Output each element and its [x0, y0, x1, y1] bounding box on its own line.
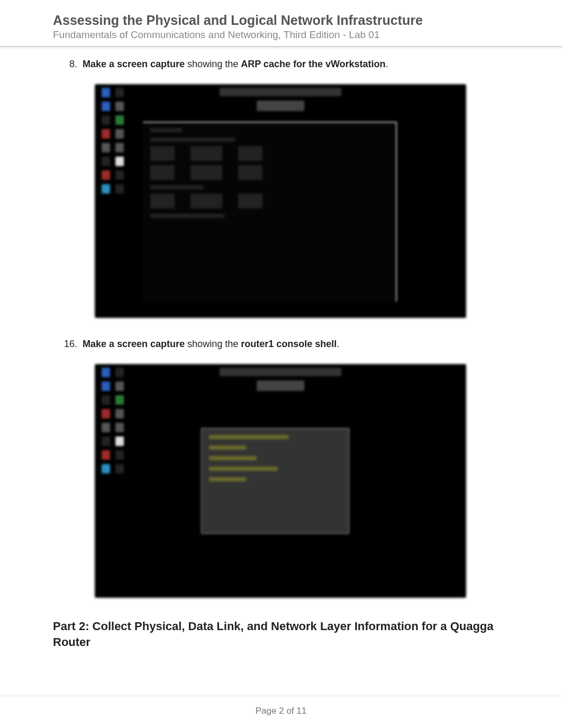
taskbar-icon — [102, 170, 110, 180]
taskbar-icon — [115, 381, 124, 391]
console-line — [209, 435, 288, 439]
step-bold-tail: router1 console shell — [241, 339, 337, 349]
taskbar-icon — [102, 88, 110, 97]
taskbar-icon — [115, 102, 124, 111]
taskbar-icon — [102, 409, 110, 418]
taskbar-icon — [115, 170, 124, 180]
step-bold-lead: Make a screen capture — [83, 59, 185, 69]
page-content: 8. Make a screen capture showing the ARP… — [0, 47, 562, 671]
terminal-col — [150, 194, 175, 208]
terminal-col — [191, 165, 222, 180]
terminal-line — [150, 138, 235, 142]
taskbar-icon — [115, 88, 124, 97]
taskbar-icon — [115, 450, 124, 460]
window-titlebar — [220, 368, 341, 376]
taskbar-icon — [102, 143, 110, 152]
terminal-line — [150, 214, 224, 218]
taskbar-icon — [102, 464, 110, 474]
step-bold-tail: ARP cache for the vWorkstation — [241, 59, 385, 69]
taskbar-icon — [102, 157, 110, 166]
page-number: Page 2 of 11 — [256, 706, 306, 716]
doc-subtitle: Fundamentals of Communications and Netwo… — [53, 29, 509, 41]
window-tab — [257, 380, 304, 391]
taskbar-icon — [115, 395, 124, 405]
taskbar-icon — [115, 115, 124, 125]
taskbar-icon — [102, 115, 110, 125]
taskbar-icon — [115, 409, 124, 418]
taskbar-icon — [102, 436, 110, 446]
taskbar-icon — [102, 450, 110, 460]
step-number: 16. — [53, 339, 83, 350]
console-line — [209, 456, 257, 460]
taskbar-icon — [102, 395, 110, 405]
taskbar-icons — [101, 88, 124, 314]
terminal-block — [150, 194, 396, 208]
step-text: Make a screen capture showing the ARP ca… — [83, 59, 509, 70]
screenshot-router1-console — [95, 365, 466, 597]
step-bold-lead: Make a screen capture — [83, 339, 185, 349]
page-footer: Page 2 of 11 — [0, 696, 562, 728]
step-mid: showing the — [185, 339, 241, 349]
step-tail: . — [386, 59, 388, 69]
terminal-window — [143, 122, 397, 302]
taskbar-icon — [115, 184, 124, 194]
taskbar-icon — [102, 102, 110, 111]
screenshot-arp-cache — [95, 85, 466, 317]
step-item: 8. Make a screen capture showing the ARP… — [53, 59, 509, 70]
step-mid: showing the — [185, 59, 241, 69]
terminal-line — [150, 128, 182, 132]
taskbar-icon — [102, 381, 110, 391]
window-tab — [257, 101, 304, 111]
taskbar-icon — [115, 423, 124, 432]
taskbar-icon — [102, 368, 110, 377]
taskbar-icon — [115, 436, 124, 446]
taskbar-icon — [115, 157, 124, 166]
taskbar-icon — [115, 129, 124, 139]
step-text: Make a screen capture showing the router… — [83, 339, 509, 350]
step-number: 8. — [53, 59, 83, 70]
page-header: Assessing the Physical and Logical Netwo… — [0, 0, 562, 47]
step-tail: . — [337, 339, 339, 349]
terminal-col — [150, 146, 175, 161]
taskbar-icon — [102, 184, 110, 194]
taskbar-icon — [102, 129, 110, 139]
terminal-line — [150, 185, 203, 189]
terminal-col — [150, 165, 175, 180]
terminal-col — [238, 194, 262, 208]
taskbar-icon — [115, 368, 124, 377]
document-page: Assessing the Physical and Logical Netwo… — [0, 0, 562, 728]
console-window — [201, 428, 349, 534]
taskbar-icon — [115, 464, 124, 474]
taskbar-icon — [115, 143, 124, 152]
doc-title: Assessing the Physical and Logical Netwo… — [53, 13, 509, 28]
terminal-col — [191, 146, 222, 161]
taskbar-icons — [101, 368, 124, 594]
terminal-col — [238, 165, 262, 180]
console-line — [209, 467, 278, 471]
part-heading: Part 2: Collect Physical, Data Link, and… — [53, 618, 509, 650]
terminal-block — [150, 165, 396, 180]
terminal-block — [150, 146, 396, 161]
terminal-col — [191, 194, 222, 208]
terminal-col — [238, 146, 262, 161]
console-line — [209, 477, 246, 481]
step-item: 16. Make a screen capture showing the ro… — [53, 339, 509, 350]
taskbar-icon — [102, 423, 110, 432]
window-titlebar — [220, 88, 341, 96]
console-line — [209, 445, 246, 450]
